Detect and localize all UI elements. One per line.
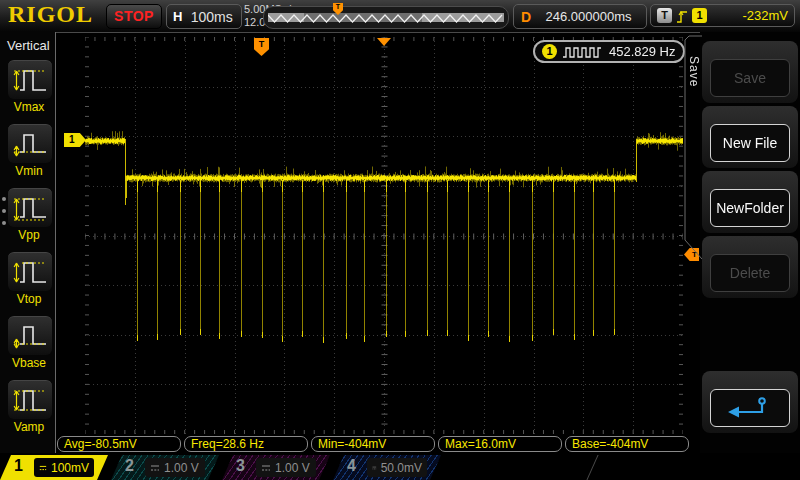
delete-button[interactable]: Delete	[710, 254, 790, 292]
channel-number: 3	[236, 457, 245, 475]
trigger-label: T	[657, 8, 672, 23]
frequency-counter: 1 452.829 Hz	[533, 40, 685, 63]
dc-coupling-icon	[372, 464, 377, 472]
channel-1-badge[interactable]: 1 100mV	[0, 455, 108, 480]
delay-value: 246.000000ms	[531, 9, 646, 24]
channel1-level-marker[interactable]: 1	[64, 133, 86, 147]
channel-4-badge[interactable]: 4 50.0mV	[333, 455, 441, 480]
top-status-bar: RIGOL STOP H 100ms 5.00MSa/s 12.0M pts T…	[0, 0, 800, 33]
sidebar-item-vbase[interactable]	[8, 316, 52, 355]
preview-waveform-icon	[268, 11, 504, 25]
channel-scale: 100mV	[51, 461, 89, 475]
vamp-icon	[11, 385, 49, 415]
channel-2-badge[interactable]: 2 1.00 V	[111, 455, 219, 480]
vmin-icon	[11, 129, 49, 159]
channel-scale: 50.0mV	[381, 461, 422, 475]
menu-block: Delete	[702, 236, 798, 298]
timebase-value: 100ms	[182, 9, 241, 25]
return-arrow-icon	[722, 396, 778, 420]
waveform-display	[85, 37, 683, 434]
rising-edge-icon	[676, 8, 688, 24]
page-dot	[2, 209, 6, 213]
sidebar-item-vtop[interactable]	[8, 252, 52, 291]
oscilloscope-screen: { "brand": "RIGOL", "top_bar": { "run_st…	[0, 0, 800, 480]
dc-coupling-icon	[261, 464, 271, 472]
sidebar-item-vpp[interactable]	[8, 188, 52, 227]
sidebar-item-label: Vmin	[0, 164, 58, 178]
vpp-icon	[11, 193, 49, 223]
vbase-icon	[11, 321, 49, 351]
horizontal-label: H	[173, 9, 182, 24]
menu-tab-save: Save	[687, 56, 701, 87]
channel-scale: 1.00 V	[275, 461, 310, 475]
sidebar-item-label: Vtop	[0, 292, 58, 306]
square-wave-icon	[562, 46, 604, 58]
counter-value: 452.829 Hz	[609, 44, 676, 59]
delay-label: D	[521, 9, 531, 25]
counter-channel-badge: 1	[542, 44, 557, 59]
channel-status-bar: 1 100mV 2 1.00 V 3 1.00 V	[0, 455, 800, 480]
run-state-badge: STOP	[106, 4, 162, 29]
vmax-icon	[11, 65, 49, 95]
menu-block: Save	[702, 41, 798, 103]
measurement-min: Min=-404mV	[311, 436, 435, 452]
menu-block	[702, 371, 798, 433]
channel-number: 2	[125, 457, 134, 475]
dc-coupling-icon	[39, 464, 47, 472]
page-dot	[2, 221, 6, 225]
sidebar-item-label: Vamp	[0, 420, 58, 434]
vtop-icon	[11, 257, 49, 287]
menu-block: NewFolder	[702, 171, 798, 233]
sidebar-item-label: Vmax	[0, 100, 58, 114]
channel-number: 4	[347, 457, 356, 475]
trigger-level-value: -232mV	[711, 8, 788, 23]
save-button[interactable]: Save	[710, 59, 790, 97]
sidebar-item-vamp[interactable]	[8, 380, 52, 419]
new-folder-button[interactable]: NewFolder	[710, 189, 790, 227]
sidebar-item-label: Vbase	[0, 356, 58, 370]
trigger-box: T 1 -232mV	[650, 4, 795, 27]
dc-coupling-icon	[150, 464, 160, 472]
timebase-box: H 100ms	[166, 4, 242, 29]
menu-block: New File	[702, 106, 798, 168]
return-button[interactable]	[710, 389, 790, 427]
channel-number: 1	[14, 457, 23, 475]
new-file-button[interactable]: New File	[710, 124, 790, 162]
sidebar-title: Vertical	[7, 38, 50, 53]
rigol-logo: RIGOL	[8, 1, 93, 28]
measurement-avg: Avg=-80.5mV	[57, 436, 181, 452]
page-dot	[2, 197, 6, 201]
channel-3-badge[interactable]: 3 1.00 V	[222, 455, 330, 480]
channel-scale: 1.00 V	[164, 461, 199, 475]
horizontal-center-marker-icon	[377, 38, 391, 46]
sidebar-item-label: Vpp	[0, 228, 58, 242]
sidebar-item-vmin[interactable]	[8, 124, 52, 163]
trigger-source-badge: 1	[692, 8, 707, 23]
sidebar-item-vmax[interactable]	[8, 60, 52, 99]
delay-box: D 246.000000ms	[513, 4, 647, 29]
memory-position-preview[interactable]: T	[263, 6, 509, 29]
divider	[586, 455, 612, 480]
measurement-base: Base=-404mV	[565, 436, 689, 452]
measurement-freq: Freq=28.6 Hz	[184, 436, 308, 452]
measurement-max: Max=16.0mV	[438, 436, 562, 452]
